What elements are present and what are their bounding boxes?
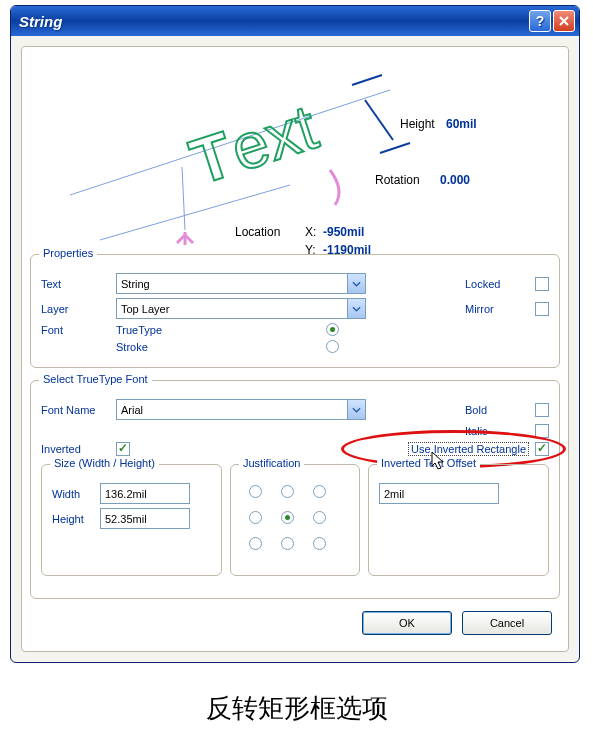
window-title: String (19, 13, 527, 30)
justification-radio-4[interactable] (281, 511, 294, 524)
layer-combo[interactable] (116, 298, 366, 319)
truetype-radio-label: TrueType (116, 324, 326, 336)
italic-label: Italic (465, 425, 535, 437)
svg-text:ext: ext (222, 90, 326, 185)
cancel-button[interactable]: Cancel (462, 611, 552, 635)
properties-group: Properties Text Locked Layer Mirror (30, 254, 560, 368)
mirror-label: Mirror (465, 303, 535, 315)
titlebar[interactable]: String ? (11, 6, 579, 36)
ok-button[interactable]: OK (362, 611, 452, 635)
justification-radio-6[interactable] (249, 537, 262, 550)
fontname-label: Font Name (41, 404, 116, 416)
justification-group: Justification (230, 464, 360, 576)
locked-label: Locked (465, 278, 535, 290)
mirror-checkbox[interactable] (535, 302, 549, 316)
rotation-value: 0.000 (440, 173, 470, 187)
svg-line-5 (380, 143, 410, 153)
chevron-down-icon[interactable] (347, 400, 365, 419)
fontname-combo[interactable] (116, 399, 366, 420)
use-inverted-rect-label: Use Inverted Rectangle (408, 442, 529, 456)
size-width-label: Width (52, 488, 100, 500)
justification-radio-8[interactable] (313, 537, 326, 550)
inverted-label: Inverted (41, 443, 116, 455)
location-x-value: -950mil (323, 225, 364, 239)
justification-radio-1[interactable] (281, 485, 294, 498)
inverted-checkbox[interactable] (116, 442, 130, 456)
size-height-input[interactable] (100, 508, 190, 529)
size-width-input[interactable] (100, 483, 190, 504)
truetype-group: Select TrueType Font Font Name Bold Ital… (30, 380, 560, 599)
figure-caption: 反转矩形框选项 (0, 691, 593, 726)
svg-line-2 (182, 167, 185, 230)
justification-radio-5[interactable] (313, 511, 326, 524)
offset-group: Inverted Text Offset (368, 464, 549, 576)
justification-group-title: Justification (239, 457, 304, 469)
justification-radio-2[interactable] (313, 485, 326, 498)
layer-label: Layer (41, 303, 116, 315)
dialog-window: String ? T ext (10, 5, 580, 663)
size-group-title: Size (Width / Height) (50, 457, 159, 469)
locked-checkbox[interactable] (535, 277, 549, 291)
justification-radio-7[interactable] (281, 537, 294, 550)
truetype-group-title: Select TrueType Font (39, 373, 152, 385)
offset-group-title: Inverted Text Offset (377, 457, 480, 469)
stroke-radio[interactable] (326, 340, 339, 353)
justification-radio-3[interactable] (249, 511, 262, 524)
size-height-label: Height (52, 513, 100, 525)
fontname-input[interactable] (117, 400, 347, 419)
chevron-down-icon[interactable] (347, 299, 365, 318)
help-button[interactable]: ? (529, 10, 551, 32)
truetype-radio[interactable] (326, 323, 339, 336)
size-group: Size (Width / Height) Width Height (41, 464, 222, 576)
location-x-label: X: (305, 225, 316, 239)
stroke-radio-label: Stroke (116, 341, 326, 353)
height-value: 60mil (446, 117, 477, 131)
chevron-down-icon[interactable] (347, 274, 365, 293)
bold-label: Bold (465, 404, 535, 416)
font-label: Font (41, 324, 116, 336)
properties-group-title: Properties (39, 247, 97, 259)
text-combo[interactable] (116, 273, 366, 294)
close-button[interactable] (553, 10, 575, 32)
use-inverted-rect-checkbox[interactable] (535, 442, 549, 456)
italic-checkbox[interactable] (535, 424, 549, 438)
rotation-label: Rotation (375, 173, 420, 187)
layer-input[interactable] (117, 299, 347, 318)
justification-radio-0[interactable] (249, 485, 262, 498)
offset-input[interactable] (379, 483, 499, 504)
text-preview: T ext Height 60mil Rotation 0.000 Locati… (30, 55, 560, 250)
bold-checkbox[interactable] (535, 403, 549, 417)
height-label: Height (400, 117, 435, 131)
text-input[interactable] (117, 274, 347, 293)
svg-line-4 (352, 75, 382, 85)
dialog-body: T ext Height 60mil Rotation 0.000 Locati… (21, 46, 569, 652)
location-label: Location (235, 225, 280, 239)
text-label: Text (41, 278, 116, 290)
svg-line-3 (365, 100, 393, 140)
